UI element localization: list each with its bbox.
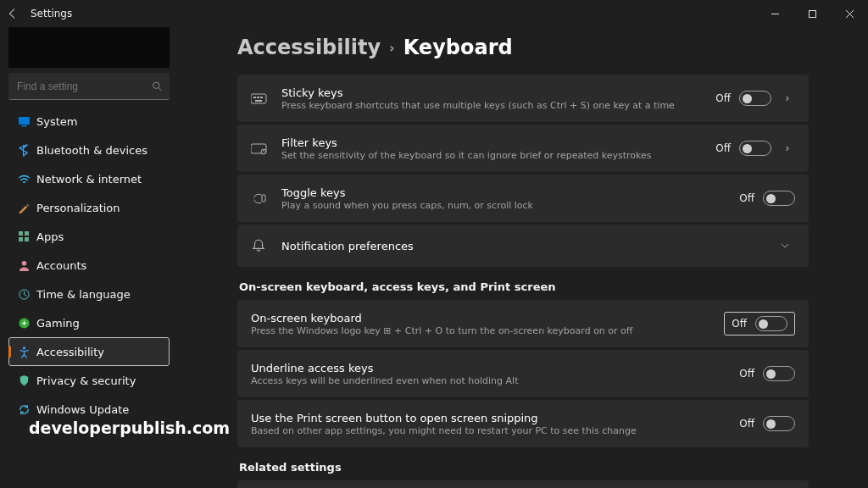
minimize-button[interactable]: [756, 0, 793, 27]
svg-rect-13: [253, 97, 256, 98]
card-typing[interactable]: Typing Spellcheck, autocorrect, text sug…: [237, 480, 809, 488]
card-title: On-screen keyboard: [251, 312, 724, 324]
sidebar-item-label: Personalization: [36, 202, 120, 214]
sidebar-item-label: Apps: [36, 230, 64, 243]
filter-keys-toggle[interactable]: [739, 141, 771, 156]
search-icon: [152, 80, 163, 92]
svg-rect-15: [260, 97, 263, 98]
search-input[interactable]: [8, 73, 170, 99]
section-title-osk: On-screen keyboard, access keys, and Pri…: [239, 280, 809, 293]
sidebar-item-label: System: [36, 115, 77, 128]
card-toggle-keys[interactable]: Toggle keys Play a sound when you press …: [237, 175, 809, 222]
bluetooth-icon: [18, 144, 36, 157]
card-title: Notification preferences: [281, 240, 771, 252]
toggle-state: Off: [739, 368, 754, 380]
toggle-keys-icon: [251, 191, 281, 205]
card-notification-preferences[interactable]: Notification preferences: [237, 225, 809, 267]
section-title-related: Related settings: [239, 461, 809, 474]
titlebar: Settings: [0, 0, 868, 27]
window-title: Settings: [31, 8, 72, 19]
card-onscreen-keyboard[interactable]: On-screen keyboard Press the Windows log…: [237, 300, 809, 347]
svg-rect-0: [809, 10, 815, 17]
search-box[interactable]: [8, 73, 170, 100]
underline-toggle[interactable]: [763, 366, 795, 381]
svg-rect-4: [19, 231, 23, 236]
card-title: Use the Print screen button to open scre…: [251, 412, 739, 424]
time-icon: [18, 288, 36, 301]
toggle-state: Off: [715, 92, 731, 104]
breadcrumb: Accessibility › Keyboard: [237, 36, 809, 59]
sidebar-item-privacy[interactable]: Privacy & security: [8, 366, 170, 395]
sidebar-item-label: Privacy & security: [36, 374, 136, 387]
sidebar-item-network[interactable]: Network & internet: [8, 164, 170, 193]
user-block: [8, 27, 170, 68]
card-filter-keys[interactable]: Filter keys Set the sensitivity of the k…: [237, 125, 809, 172]
prtsc-toggle[interactable]: [763, 416, 795, 431]
card-desc: Play a sound when you press caps, num, o…: [281, 200, 739, 211]
card-underline-access-keys[interactable]: Underline access keys Access keys will b…: [237, 350, 809, 397]
svg-rect-19: [262, 195, 265, 202]
card-sticky-keys[interactable]: Sticky keys Press keyboard shortcuts tha…: [237, 75, 809, 122]
sidebar-item-apps[interactable]: Apps: [8, 222, 170, 251]
breadcrumb-parent[interactable]: Accessibility: [237, 36, 381, 59]
svg-rect-2: [19, 117, 30, 125]
privacy-icon: [18, 374, 36, 387]
card-desc: Press keyboard shortcuts that use multip…: [281, 100, 715, 111]
sidebar-item-accessibility[interactable]: Accessibility: [8, 337, 170, 366]
personalization-icon: [18, 202, 36, 214]
sidebar-item-label: Accessibility: [36, 346, 104, 358]
close-button[interactable]: [831, 0, 868, 27]
sidebar-item-system[interactable]: System: [8, 107, 170, 136]
filter-keys-icon: [251, 141, 281, 155]
card-title: Underline access keys: [251, 362, 739, 374]
accessibility-icon: [18, 346, 36, 358]
main-content: Accessibility › Keyboard Sticky keys Pre…: [178, 27, 868, 488]
svg-point-11: [23, 347, 25, 349]
svg-point-1: [153, 82, 159, 88]
sidebar-item-personalization[interactable]: Personalization: [8, 193, 170, 222]
svg-rect-6: [19, 237, 23, 241]
window-controls: [756, 0, 868, 27]
toggle-state: Off: [715, 142, 731, 154]
sidebar-item-label: Network & internet: [36, 173, 142, 186]
svg-rect-16: [255, 100, 262, 102]
maximize-button[interactable]: [793, 0, 831, 27]
toggle-state: Off: [732, 318, 747, 330]
osk-toggle[interactable]: [755, 316, 787, 331]
card-desc: Set the sensitivity of the keyboard so i…: [281, 150, 715, 161]
svg-point-8: [22, 260, 27, 265]
chevron-right-icon: ›: [780, 92, 795, 104]
svg-rect-7: [25, 237, 29, 241]
breadcrumb-current: Keyboard: [403, 36, 513, 59]
card-title: Toggle keys: [281, 186, 739, 199]
svg-rect-3: [21, 125, 27, 127]
chevron-right-icon: ›: [389, 40, 395, 56]
sidebar-item-label: Gaming: [36, 317, 80, 330]
gaming-icon: [18, 317, 36, 330]
back-button[interactable]: [7, 8, 31, 19]
card-desc: Press the Windows logo key ⊞ + Ctrl + O …: [251, 325, 724, 336]
sidebar-item-label: Time & language: [36, 288, 131, 301]
svg-rect-5: [25, 231, 29, 236]
sidebar-item-bluetooth[interactable]: Bluetooth & devices: [8, 136, 170, 164]
chevron-down-icon: [780, 241, 795, 251]
sidebar-item-label: Accounts: [36, 259, 86, 272]
card-title: Sticky keys: [281, 86, 715, 99]
sidebar-item-gaming[interactable]: Gaming: [8, 308, 170, 337]
chevron-right-icon: ›: [780, 142, 795, 154]
sticky-keys-toggle[interactable]: [739, 91, 771, 106]
card-print-screen[interactable]: Use the Print screen button to open scre…: [237, 400, 809, 447]
card-desc: Based on other app settings, you might n…: [251, 425, 739, 436]
watermark: developerpublish.com: [29, 419, 230, 437]
accounts-icon: [18, 259, 36, 272]
toggle-keys-toggle[interactable]: [763, 191, 795, 206]
sticky-keys-icon: [251, 92, 281, 105]
card-title: Filter keys: [281, 136, 715, 149]
sidebar-item-accounts[interactable]: Accounts: [8, 251, 170, 280]
apps-icon: [18, 230, 36, 243]
system-icon: [18, 115, 36, 128]
toggle-state: Off: [739, 418, 754, 430]
network-icon: [18, 173, 36, 186]
sidebar-item-time[interactable]: Time & language: [8, 280, 170, 308]
update-icon: [18, 403, 36, 416]
